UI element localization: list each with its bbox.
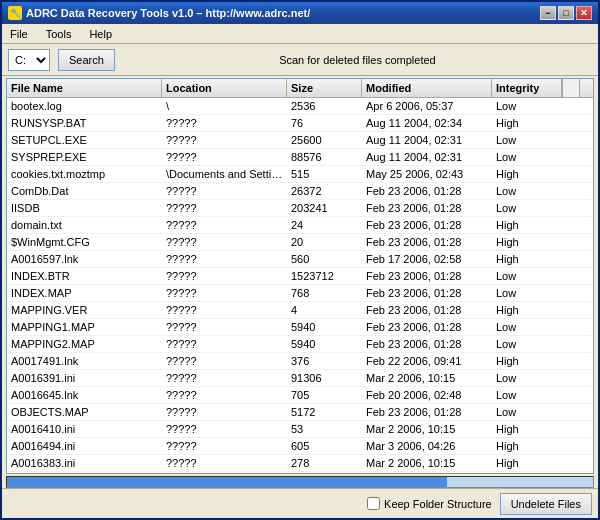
table-row[interactable]: A0016645.lnk?????705Feb 20 2006, 02:48Lo… xyxy=(7,387,593,404)
size-cell: 5172 xyxy=(287,404,362,420)
size-cell: 768 xyxy=(287,285,362,301)
col-header-size: Size xyxy=(287,79,362,97)
table-row[interactable]: OBJECTS.MAP?????5172Feb 23 2006, 01:28Lo… xyxy=(7,404,593,421)
table-row[interactable]: domain.txt?????24Feb 23 2006, 01:28High xyxy=(7,217,593,234)
filename-cell: A0016597.lnk xyxy=(7,251,162,267)
filename-cell: A0016391.ini xyxy=(7,370,162,386)
location-cell: ????? xyxy=(162,353,287,369)
filename-cell: domain.txt xyxy=(7,217,162,233)
integrity-cell: Low xyxy=(492,200,562,216)
table-row[interactable]: SETUPCL.EXE?????25600Aug 11 2004, 02:31L… xyxy=(7,132,593,149)
undelete-button[interactable]: Undelete Files xyxy=(500,493,592,515)
integrity-cell: Low xyxy=(492,336,562,352)
table-row[interactable]: ComDb.Dat?????26372Feb 23 2006, 01:28Low xyxy=(7,183,593,200)
location-cell: ????? xyxy=(162,302,287,318)
filename-cell: bootex.log xyxy=(7,98,162,114)
integrity-cell: High xyxy=(492,438,562,454)
location-cell: ????? xyxy=(162,404,287,420)
location-cell: ????? xyxy=(162,336,287,352)
table-row[interactable]: INDEX.BTR?????1523712Feb 23 2006, 01:28L… xyxy=(7,268,593,285)
size-cell: 4 xyxy=(287,302,362,318)
table-row[interactable]: MAPPING1.MAP?????5940Feb 23 2006, 01:28L… xyxy=(7,319,593,336)
filename-cell: A0017491.lnk xyxy=(7,353,162,369)
location-cell: ????? xyxy=(162,319,287,335)
location-cell: \Documents and Settings\a... xyxy=(162,166,287,182)
menu-file[interactable]: File xyxy=(6,27,32,41)
table-row[interactable]: A0016597.lnk?????560Feb 17 2006, 02:58Hi… xyxy=(7,251,593,268)
menu-tools[interactable]: Tools xyxy=(42,27,76,41)
filename-cell: A0016385.ini xyxy=(7,472,162,473)
keep-folder-structure-label[interactable]: Keep Folder Structure xyxy=(367,497,492,510)
modified-cell: May 25 2006, 02:43 xyxy=(362,166,492,182)
table-row[interactable]: RUNSYSP.BAT?????76Aug 11 2004, 02:34High xyxy=(7,115,593,132)
size-cell: 5940 xyxy=(287,319,362,335)
table-row[interactable]: MAPPING2.MAP?????5940Feb 23 2006, 01:28L… xyxy=(7,336,593,353)
filename-cell: SYSPREP.EXE xyxy=(7,149,162,165)
keep-folder-structure-checkbox[interactable] xyxy=(367,497,380,510)
table-row[interactable]: A0016383.ini?????278Mar 2 2006, 10:15Hig… xyxy=(7,455,593,472)
integrity-cell: High xyxy=(492,251,562,267)
table-row[interactable]: bootex.log\2536Apr 6 2006, 05:37Low xyxy=(7,98,593,115)
minimize-button[interactable]: − xyxy=(540,6,556,20)
table-row[interactable]: cookies.txt.moztmp\Documents and Setting… xyxy=(7,166,593,183)
location-cell: ????? xyxy=(162,438,287,454)
titlebar-controls: − □ ✕ xyxy=(540,6,592,20)
menubar: File Tools Help xyxy=(2,24,598,44)
modified-cell: Feb 23 2006, 01:28 xyxy=(362,336,492,352)
file-list-body[interactable]: bootex.log\2536Apr 6 2006, 05:37LowRUNSY… xyxy=(7,98,593,473)
table-row[interactable]: A0016385.ini?????62Mar 3 2006, 00:50High xyxy=(7,472,593,473)
integrity-cell: Low xyxy=(492,149,562,165)
drive-select[interactable]: C: D: E: xyxy=(8,49,50,71)
filename-cell: cookies.txt.moztmp xyxy=(7,166,162,182)
table-row[interactable]: SYSPREP.EXE?????88576Aug 11 2004, 02:31L… xyxy=(7,149,593,166)
table-row[interactable]: A0016494.ini?????605Mar 3 2006, 04:26Hig… xyxy=(7,438,593,455)
modified-cell: Feb 23 2006, 01:28 xyxy=(362,319,492,335)
location-cell: ????? xyxy=(162,132,287,148)
size-cell: 88576 xyxy=(287,149,362,165)
size-cell: 25600 xyxy=(287,132,362,148)
modified-cell: Apr 6 2006, 05:37 xyxy=(362,98,492,114)
menu-help[interactable]: Help xyxy=(85,27,116,41)
filename-cell: IISDB xyxy=(7,200,162,216)
close-button[interactable]: ✕ xyxy=(576,6,592,20)
col-header-modified: Modified xyxy=(362,79,492,97)
size-cell: 560 xyxy=(287,251,362,267)
location-cell: ????? xyxy=(162,472,287,473)
integrity-cell: High xyxy=(492,472,562,473)
progress-fill-2 xyxy=(154,477,301,487)
filename-cell: INDEX.BTR xyxy=(7,268,162,284)
size-cell: 20 xyxy=(287,234,362,250)
table-row[interactable]: $WinMgmt.CFG?????20Feb 23 2006, 01:28Hig… xyxy=(7,234,593,251)
location-cell: \ xyxy=(162,98,287,114)
table-row[interactable]: INDEX.MAP?????768Feb 23 2006, 01:28Low xyxy=(7,285,593,302)
table-row[interactable]: IISDB?????203241Feb 23 2006, 01:28Low xyxy=(7,200,593,217)
integrity-cell: High xyxy=(492,455,562,471)
table-row[interactable]: A0016391.ini?????91306Mar 2 2006, 10:15L… xyxy=(7,370,593,387)
table-row[interactable]: A0017491.lnk?????376Feb 22 2006, 09:41Hi… xyxy=(7,353,593,370)
modified-cell: Aug 11 2004, 02:31 xyxy=(362,132,492,148)
main-window: 🔧 ADRC Data Recovery Tools v1.0 – http:/… xyxy=(0,0,600,520)
integrity-cell: High xyxy=(492,353,562,369)
filename-cell: A0016383.ini xyxy=(7,455,162,471)
filename-cell: $WinMgmt.CFG xyxy=(7,234,162,250)
keep-folder-structure-text: Keep Folder Structure xyxy=(384,498,492,510)
size-cell: 53 xyxy=(287,421,362,437)
titlebar-left: 🔧 ADRC Data Recovery Tools v1.0 – http:/… xyxy=(8,6,310,20)
location-cell: ????? xyxy=(162,455,287,471)
table-row[interactable]: A0016410.ini?????53Mar 2 2006, 10:15High xyxy=(7,421,593,438)
location-cell: ????? xyxy=(162,251,287,267)
table-row[interactable]: MAPPING.VER?????4Feb 23 2006, 01:28High xyxy=(7,302,593,319)
location-cell: ????? xyxy=(162,268,287,284)
location-cell: ????? xyxy=(162,234,287,250)
integrity-cell: Low xyxy=(492,387,562,403)
header-scrollbar-stub xyxy=(562,79,580,97)
progress-bar xyxy=(6,476,594,488)
search-button[interactable]: Search xyxy=(58,49,115,71)
modified-cell: Mar 2 2006, 10:15 xyxy=(362,455,492,471)
filename-cell: ComDb.Dat xyxy=(7,183,162,199)
maximize-button[interactable]: □ xyxy=(558,6,574,20)
size-cell: 605 xyxy=(287,438,362,454)
size-cell: 1523712 xyxy=(287,268,362,284)
status-text: Scan for deleted files completed xyxy=(123,54,592,66)
modified-cell: Feb 23 2006, 01:28 xyxy=(362,268,492,284)
